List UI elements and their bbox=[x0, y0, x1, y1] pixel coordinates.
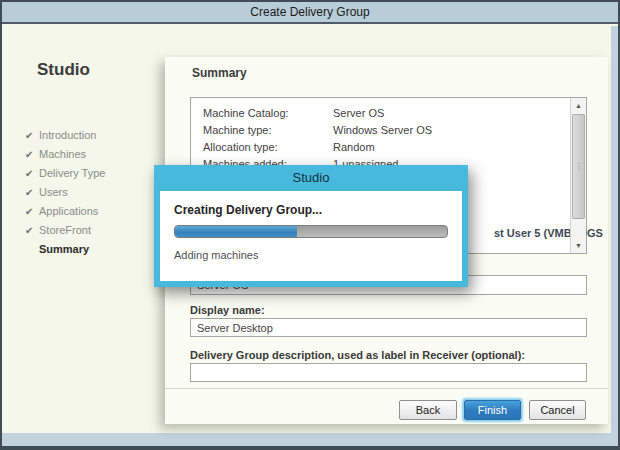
summary-partial-user-text: st User 5 (VMBLOGS bbox=[494, 227, 603, 239]
step-label: Delivery Type bbox=[39, 167, 105, 179]
progress-dialog-title: Studio bbox=[154, 165, 468, 191]
window-bottom-border bbox=[2, 433, 618, 446]
window-right-border bbox=[611, 26, 618, 446]
window-titlebar: Create Delivery Group bbox=[2, 2, 618, 24]
scroll-down-icon[interactable]: ▼ bbox=[571, 238, 586, 253]
step-label: Summary bbox=[39, 243, 89, 255]
progress-fill bbox=[175, 226, 297, 237]
sidebar-step-storefront: ✔StoreFront bbox=[25, 224, 160, 243]
progress-bar bbox=[174, 225, 448, 238]
wizard-steps-list: ✔Introduction ✔Machines ✔Delivery Type ✔… bbox=[25, 129, 160, 262]
step-label: Applications bbox=[39, 205, 98, 217]
progress-dialog-heading: Creating Delivery Group... bbox=[174, 203, 322, 217]
progress-dialog-body: Creating Delivery Group... Adding machin… bbox=[160, 191, 462, 281]
sidebar-step-machines: ✔Machines bbox=[25, 148, 160, 167]
back-button[interactable]: Back bbox=[399, 400, 457, 420]
step-label: Users bbox=[39, 186, 68, 198]
summary-row-value: Random bbox=[333, 141, 375, 153]
description-label: Delivery Group description, used as labe… bbox=[190, 349, 525, 361]
summary-row-label: Machine type: bbox=[203, 124, 333, 136]
sidebar-step-introduction: ✔Introduction bbox=[25, 129, 160, 148]
check-icon: ✔ bbox=[25, 225, 39, 236]
page-title: Summary bbox=[192, 66, 247, 80]
summary-row-value: Windows Server OS bbox=[333, 124, 432, 136]
footer-divider bbox=[165, 388, 608, 389]
check-icon: ✔ bbox=[25, 187, 39, 198]
scroll-up-icon[interactable]: ▲ bbox=[571, 98, 586, 113]
check-icon: ✔ bbox=[25, 130, 39, 141]
step-label: Introduction bbox=[39, 129, 96, 141]
summary-row: Machine Catalog:Server OS bbox=[203, 107, 566, 124]
sidebar-step-delivery-type: ✔Delivery Type bbox=[25, 167, 160, 186]
create-delivery-group-window: Create Delivery Group Studio ✔Introducti… bbox=[0, 0, 620, 450]
progress-dialog: Studio Creating Delivery Group... Adding… bbox=[154, 165, 468, 287]
finish-button[interactable]: Finish bbox=[464, 400, 521, 420]
summary-row-value: Server OS bbox=[333, 107, 384, 119]
display-name-field[interactable] bbox=[190, 318, 587, 337]
sidebar-step-summary: Summary bbox=[25, 243, 160, 262]
step-label: Machines bbox=[39, 148, 86, 160]
summary-row-label: Machine Catalog: bbox=[203, 107, 333, 119]
summary-row: Machine type:Windows Server OS bbox=[203, 124, 566, 141]
display-name-label: Display name: bbox=[190, 304, 265, 316]
check-icon: ✔ bbox=[25, 168, 39, 179]
sidebar-step-users: ✔Users bbox=[25, 186, 160, 205]
summary-scrollbar[interactable]: ▲ ⋮ ▼ bbox=[570, 98, 586, 253]
description-field[interactable] bbox=[190, 363, 587, 382]
sidebar-step-applications: ✔Applications bbox=[25, 205, 160, 224]
step-label: StoreFront bbox=[39, 224, 91, 236]
progress-status-text: Adding machines bbox=[174, 249, 258, 261]
check-icon: ✔ bbox=[25, 149, 39, 160]
check-icon: ✔ bbox=[25, 206, 39, 217]
summary-row: Allocation type:Random bbox=[203, 141, 566, 158]
window-title: Create Delivery Group bbox=[250, 5, 369, 19]
summary-row-label: Allocation type: bbox=[203, 141, 333, 153]
scrollbar-thumb[interactable]: ⋮ bbox=[572, 114, 585, 219]
cancel-button[interactable]: Cancel bbox=[529, 400, 586, 420]
sidebar-studio-title: Studio bbox=[37, 60, 90, 80]
